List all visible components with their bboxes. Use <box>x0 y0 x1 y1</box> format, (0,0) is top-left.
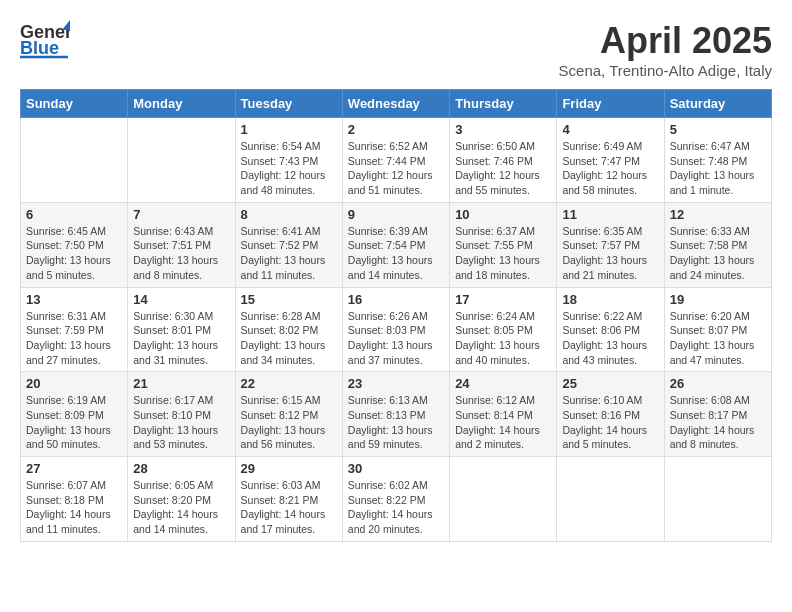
day-info: Sunrise: 6:54 AM Sunset: 7:43 PM Dayligh… <box>241 139 337 198</box>
weekday-header-tuesday: Tuesday <box>235 90 342 118</box>
day-number: 20 <box>26 376 122 391</box>
calendar-week-row: 13Sunrise: 6:31 AM Sunset: 7:59 PM Dayli… <box>21 287 772 372</box>
logo-icon: General Blue <box>20 20 70 60</box>
calendar-cell: 16Sunrise: 6:26 AM Sunset: 8:03 PM Dayli… <box>342 287 449 372</box>
day-info: Sunrise: 6:45 AM Sunset: 7:50 PM Dayligh… <box>26 224 122 283</box>
day-info: Sunrise: 6:07 AM Sunset: 8:18 PM Dayligh… <box>26 478 122 537</box>
day-number: 5 <box>670 122 766 137</box>
calendar-cell: 7Sunrise: 6:43 AM Sunset: 7:51 PM Daylig… <box>128 202 235 287</box>
calendar-cell <box>128 118 235 203</box>
calendar-cell <box>450 457 557 542</box>
day-number: 30 <box>348 461 444 476</box>
day-info: Sunrise: 6:24 AM Sunset: 8:05 PM Dayligh… <box>455 309 551 368</box>
calendar-week-row: 6Sunrise: 6:45 AM Sunset: 7:50 PM Daylig… <box>21 202 772 287</box>
calendar-cell: 15Sunrise: 6:28 AM Sunset: 8:02 PM Dayli… <box>235 287 342 372</box>
calendar-cell: 21Sunrise: 6:17 AM Sunset: 8:10 PM Dayli… <box>128 372 235 457</box>
day-info: Sunrise: 6:41 AM Sunset: 7:52 PM Dayligh… <box>241 224 337 283</box>
day-info: Sunrise: 6:19 AM Sunset: 8:09 PM Dayligh… <box>26 393 122 452</box>
weekday-header-thursday: Thursday <box>450 90 557 118</box>
calendar-cell: 26Sunrise: 6:08 AM Sunset: 8:17 PM Dayli… <box>664 372 771 457</box>
day-info: Sunrise: 6:05 AM Sunset: 8:20 PM Dayligh… <box>133 478 229 537</box>
day-info: Sunrise: 6:47 AM Sunset: 7:48 PM Dayligh… <box>670 139 766 198</box>
calendar-subtitle: Scena, Trentino-Alto Adige, Italy <box>559 62 772 79</box>
calendar-cell: 1Sunrise: 6:54 AM Sunset: 7:43 PM Daylig… <box>235 118 342 203</box>
day-number: 11 <box>562 207 658 222</box>
calendar-title: April 2025 <box>559 20 772 62</box>
calendar-cell: 23Sunrise: 6:13 AM Sunset: 8:13 PM Dayli… <box>342 372 449 457</box>
day-number: 15 <box>241 292 337 307</box>
day-info: Sunrise: 6:35 AM Sunset: 7:57 PM Dayligh… <box>562 224 658 283</box>
calendar-cell: 5Sunrise: 6:47 AM Sunset: 7:48 PM Daylig… <box>664 118 771 203</box>
calendar-cell: 9Sunrise: 6:39 AM Sunset: 7:54 PM Daylig… <box>342 202 449 287</box>
day-number: 7 <box>133 207 229 222</box>
day-info: Sunrise: 6:20 AM Sunset: 8:07 PM Dayligh… <box>670 309 766 368</box>
day-info: Sunrise: 6:28 AM Sunset: 8:02 PM Dayligh… <box>241 309 337 368</box>
calendar-cell: 3Sunrise: 6:50 AM Sunset: 7:46 PM Daylig… <box>450 118 557 203</box>
day-number: 3 <box>455 122 551 137</box>
day-number: 25 <box>562 376 658 391</box>
day-info: Sunrise: 6:37 AM Sunset: 7:55 PM Dayligh… <box>455 224 551 283</box>
weekday-header-friday: Friday <box>557 90 664 118</box>
day-info: Sunrise: 6:02 AM Sunset: 8:22 PM Dayligh… <box>348 478 444 537</box>
day-number: 23 <box>348 376 444 391</box>
calendar-cell: 2Sunrise: 6:52 AM Sunset: 7:44 PM Daylig… <box>342 118 449 203</box>
calendar-cell: 17Sunrise: 6:24 AM Sunset: 8:05 PM Dayli… <box>450 287 557 372</box>
title-block: April 2025 Scena, Trentino-Alto Adige, I… <box>559 20 772 79</box>
day-info: Sunrise: 6:33 AM Sunset: 7:58 PM Dayligh… <box>670 224 766 283</box>
calendar-cell: 18Sunrise: 6:22 AM Sunset: 8:06 PM Dayli… <box>557 287 664 372</box>
logo: General Blue <box>20 20 70 60</box>
weekday-header-wednesday: Wednesday <box>342 90 449 118</box>
day-number: 1 <box>241 122 337 137</box>
calendar-cell <box>557 457 664 542</box>
calendar-cell: 11Sunrise: 6:35 AM Sunset: 7:57 PM Dayli… <box>557 202 664 287</box>
day-info: Sunrise: 6:50 AM Sunset: 7:46 PM Dayligh… <box>455 139 551 198</box>
day-info: Sunrise: 6:13 AM Sunset: 8:13 PM Dayligh… <box>348 393 444 452</box>
day-info: Sunrise: 6:17 AM Sunset: 8:10 PM Dayligh… <box>133 393 229 452</box>
calendar-cell: 13Sunrise: 6:31 AM Sunset: 7:59 PM Dayli… <box>21 287 128 372</box>
calendar-cell: 29Sunrise: 6:03 AM Sunset: 8:21 PM Dayli… <box>235 457 342 542</box>
day-number: 10 <box>455 207 551 222</box>
day-info: Sunrise: 6:03 AM Sunset: 8:21 PM Dayligh… <box>241 478 337 537</box>
calendar-week-row: 27Sunrise: 6:07 AM Sunset: 8:18 PM Dayli… <box>21 457 772 542</box>
calendar-cell: 8Sunrise: 6:41 AM Sunset: 7:52 PM Daylig… <box>235 202 342 287</box>
calendar-cell: 25Sunrise: 6:10 AM Sunset: 8:16 PM Dayli… <box>557 372 664 457</box>
day-number: 27 <box>26 461 122 476</box>
calendar-cell: 19Sunrise: 6:20 AM Sunset: 8:07 PM Dayli… <box>664 287 771 372</box>
day-info: Sunrise: 6:10 AM Sunset: 8:16 PM Dayligh… <box>562 393 658 452</box>
weekday-header-row: SundayMondayTuesdayWednesdayThursdayFrid… <box>21 90 772 118</box>
day-number: 18 <box>562 292 658 307</box>
calendar-cell: 4Sunrise: 6:49 AM Sunset: 7:47 PM Daylig… <box>557 118 664 203</box>
day-number: 29 <box>241 461 337 476</box>
svg-text:Blue: Blue <box>20 38 59 58</box>
day-info: Sunrise: 6:22 AM Sunset: 8:06 PM Dayligh… <box>562 309 658 368</box>
day-number: 13 <box>26 292 122 307</box>
day-info: Sunrise: 6:31 AM Sunset: 7:59 PM Dayligh… <box>26 309 122 368</box>
calendar-cell <box>664 457 771 542</box>
day-number: 12 <box>670 207 766 222</box>
calendar-cell: 24Sunrise: 6:12 AM Sunset: 8:14 PM Dayli… <box>450 372 557 457</box>
day-info: Sunrise: 6:49 AM Sunset: 7:47 PM Dayligh… <box>562 139 658 198</box>
calendar-cell: 20Sunrise: 6:19 AM Sunset: 8:09 PM Dayli… <box>21 372 128 457</box>
day-info: Sunrise: 6:08 AM Sunset: 8:17 PM Dayligh… <box>670 393 766 452</box>
day-info: Sunrise: 6:12 AM Sunset: 8:14 PM Dayligh… <box>455 393 551 452</box>
day-number: 8 <box>241 207 337 222</box>
day-info: Sunrise: 6:30 AM Sunset: 8:01 PM Dayligh… <box>133 309 229 368</box>
page-header: General Blue April 2025 Scena, Trentino-… <box>20 20 772 79</box>
calendar-cell: 6Sunrise: 6:45 AM Sunset: 7:50 PM Daylig… <box>21 202 128 287</box>
day-info: Sunrise: 6:26 AM Sunset: 8:03 PM Dayligh… <box>348 309 444 368</box>
day-info: Sunrise: 6:52 AM Sunset: 7:44 PM Dayligh… <box>348 139 444 198</box>
day-number: 19 <box>670 292 766 307</box>
calendar-cell: 28Sunrise: 6:05 AM Sunset: 8:20 PM Dayli… <box>128 457 235 542</box>
day-number: 22 <box>241 376 337 391</box>
day-number: 21 <box>133 376 229 391</box>
day-number: 4 <box>562 122 658 137</box>
day-number: 2 <box>348 122 444 137</box>
calendar-cell: 10Sunrise: 6:37 AM Sunset: 7:55 PM Dayli… <box>450 202 557 287</box>
day-number: 16 <box>348 292 444 307</box>
calendar-cell: 22Sunrise: 6:15 AM Sunset: 8:12 PM Dayli… <box>235 372 342 457</box>
calendar-cell: 14Sunrise: 6:30 AM Sunset: 8:01 PM Dayli… <box>128 287 235 372</box>
day-info: Sunrise: 6:15 AM Sunset: 8:12 PM Dayligh… <box>241 393 337 452</box>
weekday-header-sunday: Sunday <box>21 90 128 118</box>
weekday-header-monday: Monday <box>128 90 235 118</box>
day-info: Sunrise: 6:39 AM Sunset: 7:54 PM Dayligh… <box>348 224 444 283</box>
